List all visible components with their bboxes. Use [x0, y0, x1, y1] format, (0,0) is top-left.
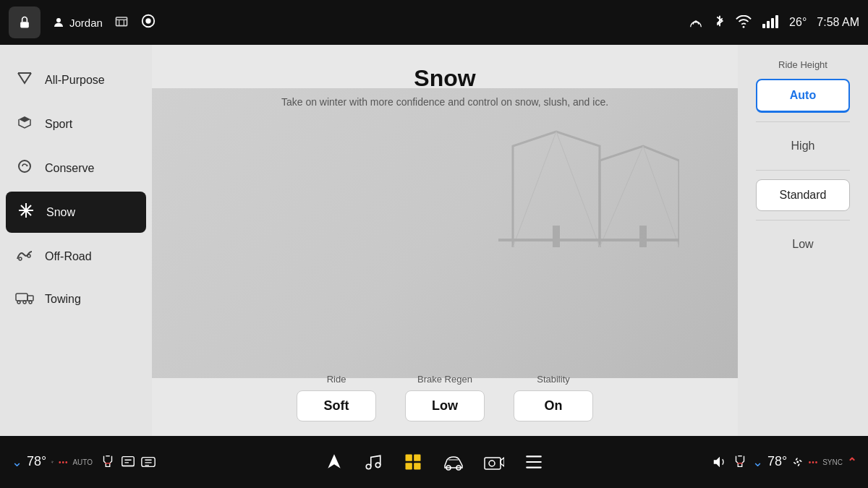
signal-bars-icon: [762, 15, 779, 30]
right-seat-heat-icon[interactable]: [732, 454, 748, 470]
sidebar-label-off-road: Off-Road: [45, 250, 92, 263]
svg-point-18: [23, 301, 26, 304]
bottom-right-climate: ⌄ 78° ••• SYNC ⌃: [712, 454, 856, 470]
svg-rect-7: [762, 24, 765, 28]
center-area: Snow Take on winter with more confidence…: [152, 45, 738, 436]
svg-point-56: [489, 461, 495, 466]
ride-height-label: Ride Height: [778, 59, 827, 70]
car-scene: [152, 88, 738, 378]
brake-regen-setting: Brake Regen Low: [405, 374, 485, 421]
stability-value-button[interactable]: On: [514, 390, 593, 421]
sidebar-item-off-road[interactable]: Off-Road: [0, 236, 152, 277]
top-bar: Jordan: [0, 0, 868, 45]
svg-line-20: [513, 132, 556, 247]
ride-setting: Ride Soft: [297, 374, 376, 421]
sidebar-label-snow: Snow: [46, 206, 75, 219]
mode-title: Snow: [414, 65, 475, 92]
svg-point-48: [375, 463, 380, 468]
svg-rect-8: [767, 21, 770, 28]
svg-rect-15: [16, 294, 27, 301]
left-temp-value: 78°: [27, 454, 46, 470]
sidebar-label-sport: Sport: [45, 118, 72, 131]
assistant-icon[interactable]: [140, 13, 156, 33]
brake-regen-value-button[interactable]: Low: [405, 390, 485, 421]
top-bar-right: 26° 7:58 AM: [688, 13, 859, 33]
sidebar-item-towing[interactable]: Towing: [0, 280, 152, 318]
svg-point-1: [56, 18, 61, 22]
sidebar-label-towing: Towing: [45, 293, 81, 306]
off-road-icon: [14, 246, 35, 267]
right-mode-label: SYNC: [822, 458, 843, 466]
sidebar-item-conserve[interactable]: Conserve: [0, 147, 152, 189]
stability-label: Stability: [537, 374, 570, 385]
vehicle-icon[interactable]: [443, 453, 464, 471]
svg-rect-52: [414, 463, 420, 469]
camera-icon[interactable]: [484, 453, 504, 471]
right-temp-chevron-down[interactable]: ⌄: [752, 454, 763, 470]
ride-height-standard[interactable]: Standard: [756, 179, 850, 211]
sidebar-item-snow[interactable]: Snow: [6, 192, 146, 233]
lock-button[interactable]: [9, 7, 41, 38]
right-auto-label: •••: [809, 458, 819, 466]
fan-icon[interactable]: [51, 455, 54, 469]
ride-value-button[interactable]: Soft: [297, 390, 376, 421]
svg-line-22: [600, 146, 643, 247]
svg-point-12: [25, 209, 27, 212]
music-icon[interactable]: [364, 453, 383, 471]
snow-icon: [16, 202, 36, 223]
temperature-display: 26°: [789, 16, 807, 29]
svg-rect-50: [414, 455, 420, 461]
svg-point-47: [366, 464, 371, 469]
sidebar-item-all-purpose[interactable]: All-Purpose: [0, 59, 152, 100]
svg-rect-24: [553, 226, 560, 247]
svg-rect-25: [639, 226, 647, 247]
settings-row: Ride Soft Brake Regen Low Stability On: [152, 374, 738, 436]
bottom-left-climate: ⌄ 78° ••• AUTO: [12, 454, 156, 470]
sport-icon: [14, 114, 35, 134]
svg-point-4: [145, 18, 150, 23]
svg-rect-49: [406, 455, 412, 461]
right-fan-icon[interactable]: [791, 455, 804, 469]
more-icon[interactable]: [524, 453, 543, 471]
left-auto-label: •••: [59, 458, 69, 466]
bottom-bar: ⌄ 78° ••• AUTO: [0, 436, 868, 488]
volume-icon[interactable]: [712, 454, 728, 470]
svg-rect-16: [27, 296, 33, 301]
svg-point-14: [27, 254, 30, 257]
right-temp-display: 78°: [767, 454, 787, 470]
svg-point-6: [743, 25, 745, 27]
home-icon[interactable]: [114, 14, 129, 32]
sidebar-label-all-purpose: All-Purpose: [45, 74, 105, 87]
drive-modes-icon[interactable]: [403, 452, 423, 472]
ride-height-high[interactable]: High: [756, 131, 850, 161]
svg-rect-10: [775, 15, 778, 28]
nav-icon[interactable]: [325, 453, 344, 471]
left-seat-controls: [100, 454, 156, 470]
sidebar-label-conserve: Conserve: [45, 162, 94, 175]
divider3: [756, 220, 850, 221]
left-temp-chevron-down[interactable]: ⌄: [12, 454, 22, 470]
svg-rect-58: [526, 461, 542, 463]
top-bar-left: Jordan: [9, 7, 688, 38]
sidebar: All-Purpose Sport Conserve: [0, 45, 152, 436]
right-temp-up[interactable]: ⌃: [847, 455, 856, 469]
left-seat-heat-icon[interactable]: [100, 454, 116, 470]
divider: [756, 121, 850, 122]
left-defrost-icon[interactable]: [120, 454, 136, 470]
ride-height-auto[interactable]: Auto: [756, 79, 850, 113]
sidebar-item-sport[interactable]: Sport: [0, 103, 152, 145]
conserve-icon: [14, 158, 35, 179]
wifi-icon: [736, 15, 752, 30]
brake-regen-label: Brake Regen: [417, 374, 472, 385]
bluetooth-icon: [714, 13, 726, 33]
ride-height-low[interactable]: Low: [756, 229, 850, 260]
svg-point-19: [29, 301, 32, 304]
all-purpose-icon: [14, 69, 35, 90]
right-temp-value: 78°: [767, 454, 787, 470]
user-profile[interactable]: Jordan: [52, 16, 103, 29]
svg-rect-51: [406, 463, 412, 469]
svg-line-23: [643, 146, 679, 247]
svg-rect-45: [122, 457, 135, 466]
left-steering-heat-icon[interactable]: [140, 454, 156, 470]
svg-rect-57: [526, 455, 542, 457]
